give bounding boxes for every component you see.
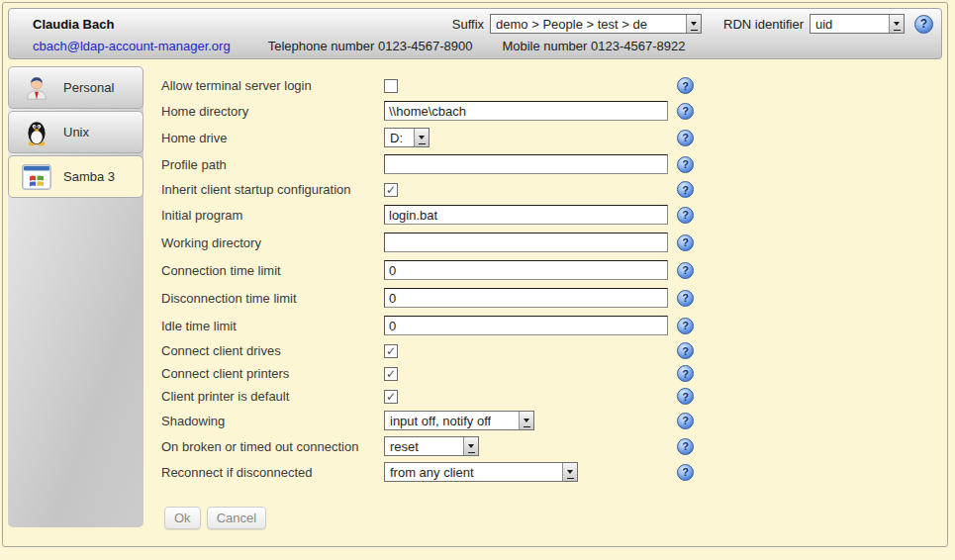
mobile-info: Mobile number 0123-4567-8922 bbox=[502, 39, 685, 53]
tab-samba3[interactable]: Samba 3 bbox=[8, 155, 143, 198]
telephone-value: 0123-4567-8900 bbox=[378, 39, 472, 53]
form-row-shadowing: Shadowinginput off, notify off? bbox=[161, 408, 942, 433]
inherit-client-startup-configuration-control-cell: ✓ bbox=[384, 183, 677, 197]
help-icon[interactable]: ? bbox=[677, 207, 694, 224]
help-icon[interactable]: ? bbox=[677, 413, 694, 429]
chevron-down-icon bbox=[463, 437, 478, 455]
home-drive-select[interactable]: D: bbox=[384, 128, 430, 147]
allow-terminal-server-login-checkbox[interactable] bbox=[384, 79, 398, 93]
rdn-identifier-select[interactable]: uid bbox=[810, 14, 905, 34]
help-icon[interactable]: ? bbox=[914, 15, 933, 34]
help-icon[interactable]: ? bbox=[677, 130, 694, 146]
disconnection-time-limit-input[interactable] bbox=[384, 288, 668, 308]
chevron-down-icon bbox=[889, 15, 904, 33]
idle-time-limit-input[interactable] bbox=[384, 316, 668, 335]
tux-penguin-icon bbox=[22, 118, 51, 147]
disconnection-time-limit-control-cell bbox=[384, 288, 677, 308]
connection-time-limit-control-cell bbox=[384, 260, 677, 280]
help-icon[interactable]: ? bbox=[677, 464, 694, 481]
home-directory-label: Home directory bbox=[161, 104, 384, 119]
home-drive-select-value: D: bbox=[390, 131, 403, 145]
form-buttons: Ok Cancel bbox=[164, 507, 942, 529]
working-directory-input[interactable] bbox=[384, 233, 668, 252]
form-row-working-directory: Working directory? bbox=[161, 229, 942, 256]
on-broken-or-timed-out-connection-label: On broken or timed out connection bbox=[161, 439, 384, 454]
email-link[interactable]: cbach@ldap-account-manager.org bbox=[33, 39, 231, 53]
shadowing-label: Shadowing bbox=[161, 414, 384, 428]
chevron-down-icon bbox=[686, 15, 701, 33]
profile-path-label: Profile path bbox=[161, 157, 384, 172]
help-icon[interactable]: ? bbox=[677, 342, 694, 359]
suffix-select[interactable]: demo > People > test > de bbox=[490, 14, 702, 34]
connect-client-printers-checkbox[interactable]: ✓ bbox=[384, 367, 398, 381]
form-row-idle-time-limit: Idle time limit? bbox=[161, 312, 942, 339]
inherit-client-startup-configuration-checkbox[interactable]: ✓ bbox=[384, 183, 398, 197]
reconnect-if-disconnected-select[interactable]: from any client bbox=[384, 462, 578, 482]
chevron-down-icon bbox=[414, 129, 429, 146]
idle-time-limit-control-cell bbox=[384, 316, 677, 335]
help-icon[interactable]: ? bbox=[677, 365, 694, 382]
inherit-client-startup-configuration-label: Inherit client startup configuration bbox=[161, 182, 384, 197]
shadowing-select-value: input off, notify off bbox=[390, 414, 491, 428]
connect-client-drives-label: Connect client drives bbox=[161, 343, 384, 358]
on-broken-or-timed-out-connection-select[interactable]: reset bbox=[384, 436, 479, 456]
connect-client-printers-control-cell: ✓ bbox=[384, 367, 677, 381]
idle-time-limit-label: Idle time limit bbox=[161, 319, 384, 333]
tab-unix-label: Unix bbox=[63, 125, 89, 140]
window-frame: Claudia Bach Suffix demo > People > test… bbox=[2, 2, 948, 547]
form-row-allow-terminal-server-login: Allow terminal server login? bbox=[161, 74, 942, 97]
help-icon[interactable]: ? bbox=[677, 438, 694, 455]
connect-client-drives-checkbox[interactable]: ✓ bbox=[384, 344, 398, 358]
ok-button[interactable]: Ok bbox=[164, 507, 201, 529]
form-row-home-drive: Home driveD:? bbox=[161, 125, 942, 150]
connection-time-limit-label: Connection time limit bbox=[161, 263, 384, 278]
help-icon[interactable]: ? bbox=[677, 103, 694, 120]
form-row-connect-client-printers: Connect client printers✓? bbox=[161, 362, 942, 385]
client-printer-is-default-checkbox[interactable]: ✓ bbox=[384, 390, 398, 404]
connection-time-limit-input[interactable] bbox=[384, 260, 668, 280]
on-broken-or-timed-out-connection-select-value: reset bbox=[390, 439, 419, 454]
shadowing-select[interactable]: input off, notify off bbox=[384, 411, 534, 430]
windows-logo-icon bbox=[22, 162, 51, 192]
content-area: Personal Unix bbox=[8, 66, 942, 529]
mobile-value: 0123-4567-8922 bbox=[591, 39, 685, 53]
home-drive-control-cell: D: bbox=[384, 128, 677, 147]
chevron-down-icon bbox=[562, 463, 577, 481]
home-directory-control-cell bbox=[384, 101, 677, 121]
help-icon[interactable]: ? bbox=[677, 181, 694, 198]
page-title: Claudia Bach bbox=[33, 17, 114, 32]
form-row-reconnect-if-disconnected: Reconnect if disconnectedfrom any client… bbox=[161, 459, 942, 485]
form-row-client-printer-is-default: Client printer is default✓? bbox=[161, 385, 942, 408]
form-row-home-directory: Home directory? bbox=[161, 97, 942, 125]
help-icon[interactable]: ? bbox=[677, 77, 694, 94]
working-directory-label: Working directory bbox=[161, 235, 384, 250]
initial-program-input[interactable] bbox=[384, 205, 668, 225]
allow-terminal-server-login-control-cell bbox=[384, 79, 677, 93]
help-icon[interactable]: ? bbox=[677, 290, 694, 307]
on-broken-or-timed-out-connection-control-cell: reset bbox=[384, 436, 677, 456]
rdn-identifier-label: RDN identifier bbox=[723, 17, 804, 32]
suffix-label: Suffix bbox=[452, 17, 484, 32]
form-row-on-broken-or-timed-out-connection: On broken or timed out connectionreset? bbox=[161, 433, 942, 459]
disconnection-time-limit-label: Disconnection time limit bbox=[161, 291, 384, 306]
tab-unix[interactable]: Unix bbox=[8, 111, 143, 153]
client-printer-is-default-control-cell: ✓ bbox=[384, 390, 677, 404]
samba3-terminal-server-form: Allow terminal server login?Home directo… bbox=[161, 66, 942, 529]
rdn-select-value: uid bbox=[815, 17, 832, 32]
module-tabs-sidebar: Personal Unix bbox=[8, 66, 143, 527]
mobile-label: Mobile number bbox=[502, 39, 587, 53]
help-icon[interactable]: ? bbox=[677, 388, 694, 405]
home-directory-input[interactable] bbox=[384, 101, 668, 121]
form-row-connection-time-limit: Connection time limit? bbox=[161, 256, 942, 284]
help-icon[interactable]: ? bbox=[677, 262, 694, 279]
reconnect-if-disconnected-label: Reconnect if disconnected bbox=[161, 465, 384, 480]
profile-path-input[interactable] bbox=[384, 154, 668, 174]
help-icon[interactable]: ? bbox=[677, 234, 694, 251]
header-controls: Suffix demo > People > test > de RDN ide… bbox=[452, 14, 933, 34]
help-icon[interactable]: ? bbox=[677, 156, 694, 173]
connect-client-printers-label: Connect client printers bbox=[161, 366, 384, 381]
tab-personal[interactable]: Personal bbox=[8, 66, 143, 109]
home-drive-label: Home drive bbox=[161, 131, 384, 145]
cancel-button[interactable]: Cancel bbox=[207, 507, 266, 529]
help-icon[interactable]: ? bbox=[677, 318, 694, 334]
